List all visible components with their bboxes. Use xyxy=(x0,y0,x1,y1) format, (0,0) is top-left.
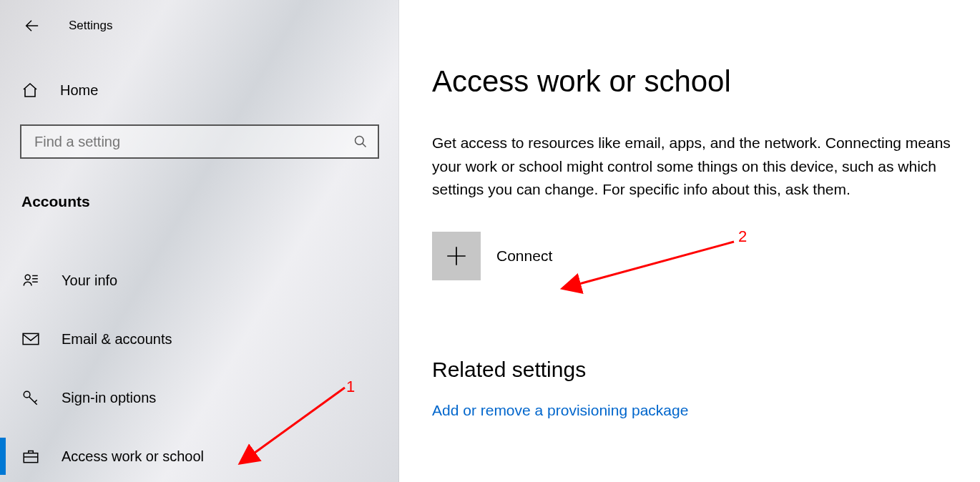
search-container xyxy=(20,124,379,159)
window-title: Settings xyxy=(69,19,112,33)
nav-label: Your info xyxy=(62,272,117,289)
sidebar-home[interactable]: Home xyxy=(0,69,399,112)
annotation-number-2: 2 xyxy=(738,227,747,246)
plus-icon xyxy=(444,244,469,268)
back-button[interactable] xyxy=(20,14,43,37)
search-icon xyxy=(353,134,368,149)
svg-point-0 xyxy=(356,137,364,145)
nav-item-your-info[interactable]: Your info xyxy=(0,255,399,306)
nav-item-email-accounts[interactable]: Email & accounts xyxy=(0,313,399,365)
provisioning-package-link[interactable]: Add or remove a provisioning package xyxy=(432,402,688,419)
section-label-accounts: Accounts xyxy=(0,193,399,210)
connect-button[interactable]: Connect xyxy=(432,232,971,280)
plus-box xyxy=(432,232,481,280)
connect-label: Connect xyxy=(496,247,552,265)
annotation-number-1: 1 xyxy=(346,378,355,396)
related-settings-header: Related settings xyxy=(432,358,971,382)
nav-item-access-work-school[interactable]: Access work or school xyxy=(0,431,399,482)
key-icon xyxy=(21,388,40,407)
back-arrow-icon xyxy=(24,18,39,34)
home-icon xyxy=(21,82,39,99)
nav-label: Access work or school xyxy=(62,448,204,465)
nav-label: Email & accounts xyxy=(62,331,172,348)
page-title: Access work or school xyxy=(432,64,971,99)
svg-point-3 xyxy=(24,391,30,398)
nav-list: Your info Email & accounts Sign-in optio… xyxy=(0,255,399,482)
titlebar: Settings xyxy=(0,9,399,43)
page-description: Get access to resources like email, apps… xyxy=(432,132,971,202)
mail-icon xyxy=(21,330,40,348)
main-panel: Access work or school Get access to reso… xyxy=(399,0,980,482)
svg-rect-4 xyxy=(24,453,38,463)
your-info-icon xyxy=(21,271,40,290)
briefcase-icon xyxy=(21,447,40,466)
home-label: Home xyxy=(60,82,98,99)
svg-point-1 xyxy=(25,275,30,280)
search-box[interactable] xyxy=(20,124,379,159)
svg-rect-2 xyxy=(23,333,39,344)
sidebar: Settings Home Accounts Your info xyxy=(0,0,399,482)
search-input[interactable] xyxy=(34,134,353,150)
nav-label: Sign-in options xyxy=(62,390,156,406)
nav-item-sign-in-options[interactable]: Sign-in options xyxy=(0,372,399,423)
